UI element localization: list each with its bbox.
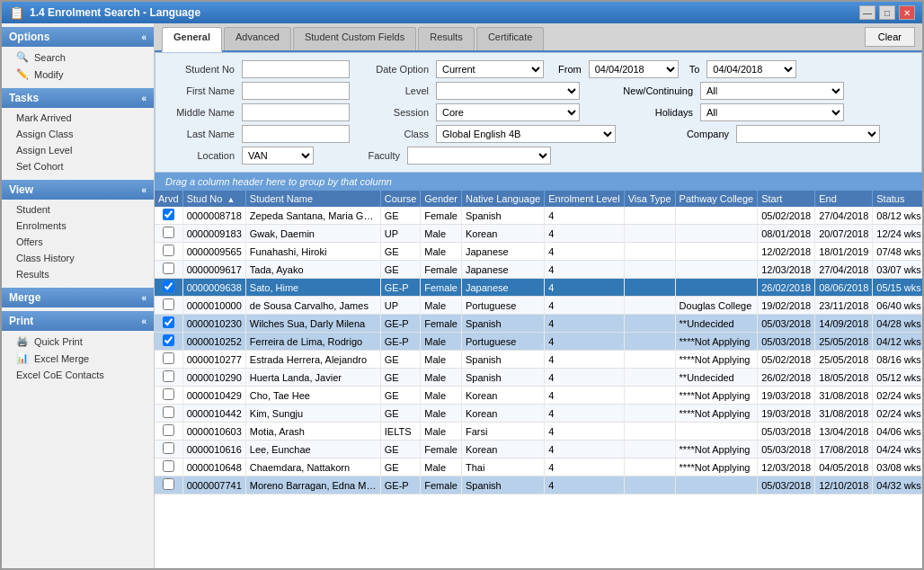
gender-cell: Male: [421, 333, 462, 351]
col-pathway[interactable]: Pathway College: [675, 191, 758, 207]
tab-student-custom-fields[interactable]: Student Custom Fields: [293, 27, 416, 50]
tab-general[interactable]: General: [162, 27, 222, 52]
sidebar-section-header-view[interactable]: View «: [2, 180, 154, 200]
col-start[interactable]: Start: [758, 191, 815, 207]
sidebar-item-excel-coe[interactable]: Excel CoE Contacts: [2, 367, 154, 383]
enrol_level-cell: 4: [545, 261, 625, 279]
arvd-checkbox[interactable]: [163, 263, 174, 274]
sidebar-item-quick-print[interactable]: 🖨️ Quick Print: [2, 333, 154, 350]
table-row[interactable]: 0000010442Kim, SungjuGEMaleKorean4****No…: [155, 405, 922, 423]
tab-advanced[interactable]: Advanced: [224, 27, 291, 50]
sidebar-item-assign-class[interactable]: Assign Class: [2, 126, 154, 142]
col-native-lang[interactable]: Native Language: [461, 191, 544, 207]
table-row[interactable]: 0000010290Huerta Landa, JavierGEMaleSpan…: [155, 369, 922, 387]
arvd-checkbox[interactable]: [163, 316, 174, 328]
arvd-cell: [155, 333, 182, 351]
sidebar-item-results[interactable]: Results: [2, 266, 154, 282]
holidays-select[interactable]: All: [700, 103, 844, 121]
table-row[interactable]: 0000010648Chaemdara, NattakornGEMaleThai…: [155, 459, 922, 476]
table-row[interactable]: 0000009565Funahashi, HirokiGEMaleJapanes…: [155, 243, 922, 261]
student-no-input[interactable]: [242, 60, 350, 78]
sidebar-section-header-options[interactable]: Options «: [2, 27, 154, 47]
sidebar-item-mark-arrived[interactable]: Mark Arrived: [2, 110, 154, 126]
middle-name-input[interactable]: [242, 103, 350, 121]
table-row[interactable]: 0000010429Cho, Tae HeeGEMaleKorean4****N…: [155, 387, 922, 405]
table-row[interactable]: 0000009183Gwak, DaeminUPMaleKorean408/01…: [155, 225, 922, 243]
start-cell: 12/03/2018: [758, 459, 815, 476]
col-end[interactable]: End: [815, 191, 873, 207]
sidebar-item-excel-merge[interactable]: 📊 Excel Merge: [2, 350, 154, 367]
arvd-checkbox[interactable]: [163, 281, 174, 292]
merge-chevron: «: [141, 293, 147, 303]
table-container[interactable]: Arvd Stud No ▲ Student Name Course Gende…: [155, 191, 922, 568]
clear-button[interactable]: Clear: [865, 27, 915, 47]
minimize-button[interactable]: —: [859, 5, 875, 20]
tab-certificate[interactable]: Certificate: [476, 27, 545, 50]
col-stud-no[interactable]: Stud No ▲: [182, 191, 245, 207]
sidebar-section-header-merge[interactable]: Merge «: [2, 288, 154, 307]
last-name-input[interactable]: [242, 125, 350, 143]
level-select[interactable]: [436, 82, 580, 100]
arvd-checkbox[interactable]: [163, 406, 174, 418]
maximize-button[interactable]: □: [879, 5, 895, 20]
table-row[interactable]: 0000010000de Sousa Carvalho, JamesUPMale…: [155, 297, 922, 315]
sidebar-section-header-tasks[interactable]: Tasks «: [2, 88, 154, 108]
print-label: Print: [9, 315, 33, 327]
arvd-checkbox[interactable]: [163, 334, 174, 346]
course-cell: IELTS: [380, 423, 420, 441]
table-row[interactable]: 0000009617Tada, AyakoGEFemaleJapanese412…: [155, 261, 922, 279]
col-status[interactable]: Status: [873, 191, 922, 207]
sidebar-item-offers[interactable]: Offers: [2, 234, 154, 250]
sidebar-item-class-history[interactable]: Class History: [2, 250, 154, 266]
app-icon: 📋: [9, 5, 24, 20]
course-cell: GE: [380, 459, 420, 476]
col-gender[interactable]: Gender: [421, 191, 462, 207]
tab-results[interactable]: Results: [418, 27, 475, 50]
start-cell: 12/02/2018: [758, 243, 815, 261]
sidebar-item-assign-level[interactable]: Assign Level: [2, 142, 154, 158]
gender-cell: Male: [421, 423, 462, 441]
arvd-checkbox[interactable]: [163, 298, 174, 310]
sidebar-item-search[interactable]: 🔍 Search: [2, 49, 154, 66]
table-row[interactable]: 0000010277Estrada Herrera, AlejandroGEMa…: [155, 351, 922, 369]
company-select[interactable]: [736, 125, 880, 143]
table-row[interactable]: 0000010616Lee, EunchaeGEFemaleKorean4***…: [155, 441, 922, 459]
class-select[interactable]: Global English 4B: [436, 125, 616, 143]
to-date-select[interactable]: 04/04/2018: [706, 60, 796, 78]
table-row[interactable]: 0000009638Sato, HimeGE-PFemaleJapanese42…: [155, 279, 922, 297]
col-enrol-level[interactable]: Enrolment Level: [545, 191, 625, 207]
arvd-checkbox[interactable]: [163, 370, 174, 382]
table-row[interactable]: 0000010252Ferreira de Lima, RodrigoGE-PM…: [155, 333, 922, 351]
col-student-name[interactable]: Student Name: [245, 191, 380, 207]
location-select[interactable]: VAN: [242, 147, 314, 165]
table-row[interactable]: 0000010603Motia, ArashIELTSMaleFarsi405/…: [155, 423, 922, 441]
table-row[interactable]: 0000008718Zepeda Santana, Maria GuadaGEF…: [155, 207, 922, 225]
sidebar-item-enrolments[interactable]: Enrolments: [2, 218, 154, 234]
arvd-checkbox[interactable]: [163, 442, 174, 454]
arvd-cell: [155, 369, 182, 387]
table-row[interactable]: 0000010230Wilches Sua, Darly MilenaGE-PF…: [155, 315, 922, 333]
col-visa-type[interactable]: Visa Type: [624, 191, 675, 207]
arvd-checkbox[interactable]: [163, 245, 174, 256]
arvd-checkbox[interactable]: [163, 388, 174, 400]
enrol_level-cell: 4: [545, 207, 625, 225]
date-option-select[interactable]: Current: [436, 60, 544, 78]
first-name-input[interactable]: [242, 82, 350, 100]
sidebar-item-modify[interactable]: ✏️ Modify: [2, 66, 154, 83]
arvd-checkbox[interactable]: [163, 478, 174, 490]
arvd-checkbox[interactable]: [163, 460, 174, 472]
arvd-checkbox[interactable]: [163, 227, 174, 238]
close-button[interactable]: ✕: [899, 5, 915, 20]
new-continuing-select[interactable]: All: [700, 82, 844, 100]
arvd-checkbox[interactable]: [163, 424, 174, 436]
faculty-select[interactable]: [407, 147, 551, 165]
arvd-checkbox[interactable]: [163, 352, 174, 364]
sidebar-section-header-print[interactable]: Print «: [2, 311, 154, 331]
col-course[interactable]: Course: [380, 191, 420, 207]
sidebar-item-set-cohort[interactable]: Set Cohort: [2, 158, 154, 174]
session-select[interactable]: Core: [436, 103, 580, 121]
table-row[interactable]: 0000007741Moreno Barragan, Edna MayleGE-…: [155, 476, 922, 494]
from-date-select[interactable]: 04/04/2018: [589, 60, 679, 78]
arvd-checkbox[interactable]: [163, 209, 174, 220]
sidebar-item-student[interactable]: Student: [2, 201, 154, 218]
